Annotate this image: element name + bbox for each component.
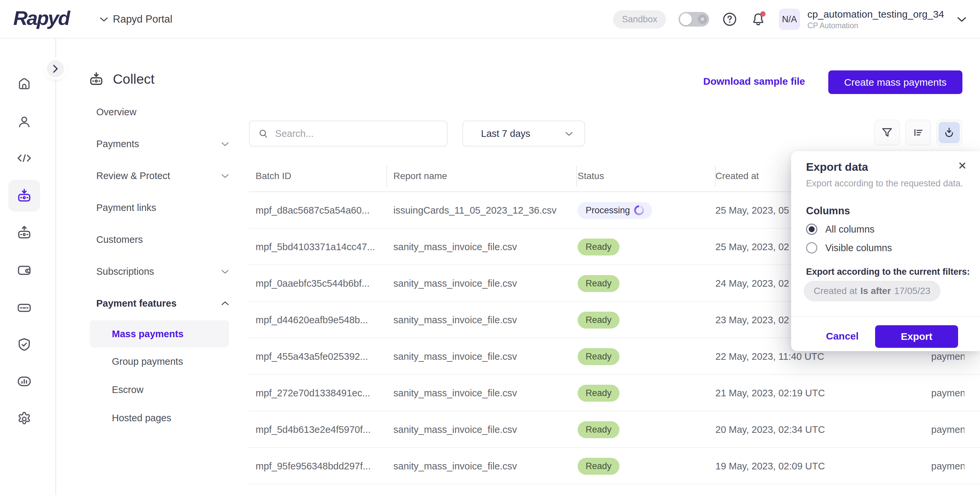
column-header-batch-id[interactable]: Batch ID <box>256 171 291 181</box>
table-row[interactable]: mpf_5d4b613e2e4f5970f... sanity_mass_inv… <box>249 411 980 448</box>
download-sample-file-link[interactable]: Download sample file <box>703 76 805 87</box>
sidebar-item-wallet[interactable] <box>8 254 40 286</box>
cell-created-at: 25 May, 2023, 05 <box>716 192 789 228</box>
cancel-button[interactable]: Cancel <box>826 331 859 342</box>
column-header-created-at[interactable]: Created at <box>716 171 759 181</box>
radio-selected-icon <box>806 224 817 235</box>
column-divider <box>387 165 387 187</box>
search-input[interactable] <box>275 128 438 139</box>
sidebar-item-clients[interactable] <box>8 106 40 138</box>
close-icon[interactable]: ✕ <box>958 160 967 171</box>
avatar[interactable]: N/A <box>779 9 800 30</box>
cell-batch-id: mpf_455a43a5fe025392... <box>256 338 368 375</box>
chevron-down-icon <box>221 142 229 147</box>
nav-item-label: Overview <box>96 107 137 118</box>
panel-title: Export data <box>806 160 868 173</box>
status-badge: Ready <box>578 385 619 402</box>
status-badge: Ready <box>578 275 619 292</box>
table-row[interactable]: mpf_272e70d1338491ec... sanity_mass_invo… <box>249 375 980 411</box>
sidebar-item-reports[interactable] <box>8 366 40 397</box>
chevron-down-icon <box>565 131 573 136</box>
nav-subitem-escrow[interactable]: Escrow <box>112 380 143 399</box>
nav-item-payment-links[interactable]: Payment links <box>96 198 229 217</box>
column-header-report-name[interactable]: Report name <box>393 171 447 181</box>
nav-subitem-mass-payments[interactable]: Mass payments <box>112 324 184 343</box>
sidebar-expand-button[interactable] <box>47 60 64 77</box>
cell-type: payment <box>931 375 964 411</box>
sort-icon <box>912 126 925 139</box>
sort-button[interactable] <box>905 120 931 145</box>
export-data-panel: Export data ✕ Export according to the re… <box>791 151 980 351</box>
radio-unselected-icon <box>806 242 817 254</box>
cell-type: payment <box>931 448 964 484</box>
cell-batch-id: mpf_5d4b613e2e4f5970f... <box>256 411 371 448</box>
chevron-up-icon <box>221 301 229 306</box>
rapyd-logo: Rapyd <box>13 6 69 30</box>
cell-created-at: 21 May, 2023, 02:19 UTC <box>716 375 825 411</box>
portal-switcher[interactable]: Rapyd Portal <box>100 13 172 25</box>
help-button[interactable] <box>722 11 738 27</box>
radio-label: All columns <box>825 224 875 235</box>
section-header: Collect <box>88 71 154 87</box>
home-icon <box>17 76 32 91</box>
collect-icon <box>16 188 32 204</box>
cell-created-at: 24 May, 2023, 02 <box>716 265 789 302</box>
export-button-toolbar[interactable] <box>936 120 962 145</box>
column-header-status[interactable]: Status <box>578 171 604 181</box>
filter-button[interactable] <box>874 120 900 145</box>
nav-item-payments[interactable]: Payments <box>96 134 229 153</box>
sandbox-toggle[interactable]: ✕ <box>679 12 709 27</box>
table-row[interactable]: mpf_95fe956348bdd297f... sanity_mass_inv… <box>249 448 980 484</box>
cell-created-at: 23 May, 2023, 02 <box>716 302 789 338</box>
radio-label: Visible columns <box>825 243 892 254</box>
org-name: cp_automation_testing_org_34 <box>807 9 944 20</box>
create-mass-payments-button[interactable]: Create mass payments <box>828 70 963 94</box>
chevron-down-icon <box>100 17 108 22</box>
search-icon <box>258 128 269 139</box>
sidebar-item-settings[interactable] <box>8 403 40 435</box>
sidebar-divider <box>56 38 56 495</box>
user-menu-chevron-icon[interactable] <box>957 16 967 22</box>
cell-batch-id: mpf_d44620eafb9e548b... <box>256 302 368 338</box>
cell-created-at: 25 May, 2023, 02 <box>716 228 789 265</box>
cell-report-name: sanity_mass_invoice_file.csv <box>393 448 517 484</box>
notifications-button[interactable] <box>750 11 766 27</box>
header-right-cluster: Sandbox ✕ N/A cp_aut <box>613 0 967 38</box>
wallet-icon <box>16 262 32 278</box>
sidebar-item-disburse[interactable] <box>8 217 40 249</box>
icon-rail <box>0 38 56 495</box>
nav-item-customers[interactable]: Customers <box>96 230 229 249</box>
radio-all-columns[interactable]: All columns <box>806 224 875 235</box>
toggle-knob <box>680 13 692 25</box>
nav-item-overview[interactable]: Overview <box>96 102 229 121</box>
nav-item-label: Payment links <box>96 202 156 213</box>
nav-item-label: Customers <box>96 234 143 245</box>
status-badge: Ready <box>578 421 619 438</box>
nav-item-payment-features[interactable]: Payment features <box>96 294 229 313</box>
current-filters-heading: Export according to the current filters: <box>806 267 970 277</box>
nav-subitem-hosted-pages[interactable]: Hosted pages <box>112 408 171 428</box>
status-badge: Ready <box>578 458 619 475</box>
sidebar-item-developers[interactable] <box>8 142 40 174</box>
chevron-down-icon <box>221 269 229 274</box>
status-badge: Ready <box>578 348 619 365</box>
download-icon <box>943 126 955 139</box>
sidebar-item-verify[interactable] <box>8 329 40 361</box>
export-button[interactable]: Export <box>875 325 958 348</box>
cell-batch-id: mpf_d8ac5687c5a54a60... <box>256 192 369 228</box>
radio-visible-columns[interactable]: Visible columns <box>806 242 892 254</box>
nav-item-review-protect[interactable]: Review & Protect <box>96 166 229 185</box>
nav-subitem-label: Mass payments <box>112 329 184 340</box>
sidebar-item-home[interactable] <box>8 68 40 100</box>
nav-subitem-label: Hosted pages <box>112 413 171 423</box>
user-info: cp_automation_testing_org_34 CP Automati… <box>807 9 944 30</box>
cell-type: payment <box>931 411 964 448</box>
cell-created-at: 20 May, 2023, 02:34 UTC <box>716 411 825 448</box>
sidebar-item-collect[interactable] <box>8 180 40 212</box>
cell-created-at: 19 May, 2023, 02:09 UTC <box>716 448 825 484</box>
gear-icon <box>16 411 32 427</box>
date-range-select[interactable]: Last 7 days <box>463 121 585 147</box>
nav-item-subscriptions[interactable]: Subscriptions <box>96 262 229 281</box>
sidebar-item-issuing[interactable] <box>8 292 40 324</box>
nav-subitem-group-payments[interactable]: Group payments <box>112 352 183 371</box>
